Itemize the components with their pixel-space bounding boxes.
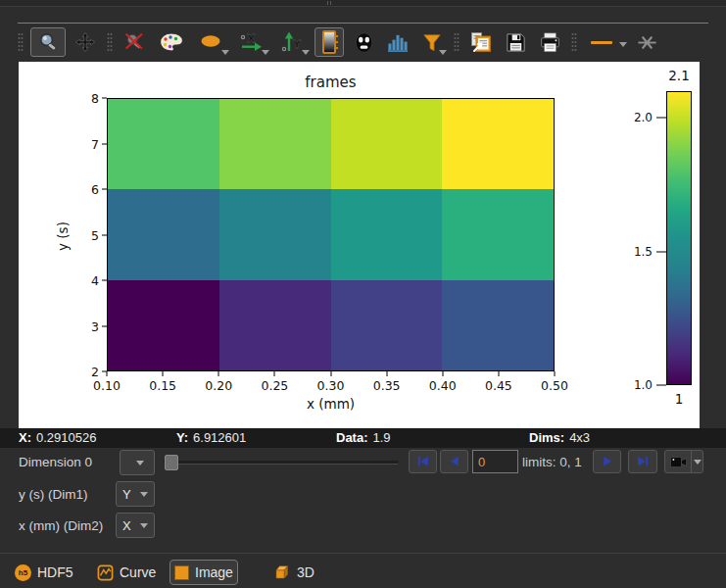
status-y-label: Y:	[176, 430, 188, 445]
plot-toolbar: X Y	[16, 25, 661, 59]
tab-image-label: Image	[195, 564, 233, 580]
position-statusbar: X:0.2910526 Y:6.912601 Data:1.9 Dims:4x3	[0, 428, 726, 448]
save-floppy-icon	[505, 31, 527, 54]
pan-arrows-icon	[74, 31, 96, 53]
next-frame-button[interactable]	[593, 450, 621, 473]
plot-canvas[interactable]: frames y (s) 8765432 0.100.150.200.250.3…	[19, 62, 700, 428]
tick-label: 0.40	[429, 378, 457, 393]
pan-mode-button[interactable]	[71, 27, 100, 57]
frame-slider-handle[interactable]	[165, 455, 178, 470]
dropdown-arrow-icon	[221, 50, 229, 55]
movie-options-dropdown[interactable]	[691, 450, 703, 473]
y-axis-label: y (s)	[55, 221, 71, 251]
tick-label: 7	[91, 136, 99, 151]
colorbar-icon	[322, 30, 336, 54]
dropdown-arrow-icon	[302, 50, 310, 55]
tick-label: 0.20	[205, 378, 232, 393]
status-y-value: 6.912601	[193, 430, 246, 445]
play-movie-button[interactable]	[664, 450, 692, 473]
x-axis-label: x (mm)	[107, 396, 555, 412]
colormap-button[interactable]	[154, 27, 189, 57]
tick-label: 0.30	[317, 378, 345, 393]
y-tick-marks	[102, 98, 107, 371]
skip-to-end-icon	[633, 453, 653, 470]
dim2-label: x (mm) (Dim2)	[19, 518, 103, 533]
tick-label: 0.50	[541, 378, 568, 393]
heatmap-cell	[108, 99, 219, 189]
frame-number-input[interactable]	[472, 450, 518, 473]
colorbar-min-label: 1	[646, 391, 712, 407]
heatmap-image[interactable]	[107, 98, 555, 371]
mask-tool-button[interactable]	[349, 27, 378, 57]
print-button[interactable]	[535, 27, 564, 57]
y-autoscale-button[interactable]: Y	[274, 27, 310, 57]
tick-label: 4	[91, 273, 99, 288]
profile-clear-button[interactable]	[632, 27, 661, 57]
previous-icon	[445, 453, 464, 470]
colorbar-toggle-button[interactable]	[315, 27, 344, 57]
filter-button[interactable]	[417, 27, 447, 57]
chevron-down-icon	[140, 492, 148, 497]
dim1-axis-dropdown[interactable]: Y	[116, 481, 155, 507]
tick-label: 5	[91, 227, 99, 242]
chevron-down-icon	[136, 461, 144, 466]
dimension0-dropdown[interactable]	[120, 450, 155, 475]
splitter-handle[interactable]	[327, 1, 332, 5]
heatmap-cell	[442, 280, 554, 370]
profile-line-icon	[591, 41, 612, 44]
status-dims-value: 4x3	[569, 430, 590, 445]
zoom-reset-button[interactable]	[120, 27, 149, 57]
chevron-down-icon	[694, 460, 702, 465]
plot-title: frames	[107, 74, 555, 91]
tick-label: 6	[91, 182, 99, 197]
status-data-value: 1.9	[373, 430, 391, 445]
toolbar-grip[interactable]	[571, 32, 577, 52]
heatmap-cell	[108, 280, 219, 370]
printer-icon	[539, 31, 561, 54]
save-button[interactable]	[501, 27, 530, 57]
tab-curve[interactable]: Curve	[92, 560, 161, 585]
dim1-selected-value: Y	[122, 487, 131, 502]
colorbar-gradient[interactable]	[666, 91, 692, 385]
heatmap-cell	[219, 189, 331, 279]
status-data: Data:1.9	[336, 430, 391, 445]
view-tabbar: h5 HDF5 Curve Image 3D	[0, 553, 726, 588]
tab-hdf5[interactable]: h5 HDF5	[10, 560, 78, 585]
chevron-down-icon	[140, 523, 148, 528]
previous-frame-button[interactable]	[440, 450, 468, 473]
palette-icon	[159, 31, 184, 53]
histogram-button[interactable]	[383, 27, 412, 57]
frame-slider-groove[interactable]	[164, 461, 399, 465]
first-frame-button[interactable]	[409, 450, 437, 473]
tab-image[interactable]: Image	[169, 560, 238, 585]
svg-text:Y: Y	[292, 38, 302, 51]
copy-button[interactable]	[466, 27, 496, 57]
dropdown-arrow-icon	[262, 50, 269, 55]
dimension0-label: Dimension 0	[19, 455, 92, 469]
x-autoscale-button[interactable]: X	[234, 27, 269, 57]
profile-line-button[interactable]	[584, 27, 619, 57]
tab-3d[interactable]: 3D	[268, 560, 319, 585]
colorbar-tick-label: 1.0	[634, 378, 653, 392]
heatmap-cell	[442, 189, 554, 279]
last-frame-button[interactable]	[628, 450, 657, 473]
toolbar-grip[interactable]	[454, 32, 460, 52]
zoom-mode-button[interactable]	[30, 27, 66, 57]
cube-3d-icon	[273, 564, 291, 581]
dim2-axis-dropdown[interactable]: X	[116, 513, 155, 538]
tick-label: 8	[91, 91, 99, 106]
tick-label: 0.45	[485, 378, 512, 393]
tick-label: 0.15	[149, 378, 176, 393]
dim1-label: y (s) (Dim1)	[19, 487, 88, 502]
roi-ellipse-button[interactable]	[194, 27, 229, 57]
panel-splitter-line[interactable]	[18, 23, 708, 24]
svg-text:X: X	[247, 32, 256, 45]
status-dims: Dims:4x3	[529, 430, 590, 445]
next-icon	[598, 453, 617, 470]
status-x: X:0.2910526	[19, 430, 96, 445]
toolbar-grip[interactable]	[18, 32, 24, 52]
toolbar-grip[interactable]	[107, 32, 113, 52]
heatmap-cell	[331, 99, 443, 189]
video-camera-icon	[668, 454, 689, 470]
tick-label: 2	[91, 365, 99, 379]
